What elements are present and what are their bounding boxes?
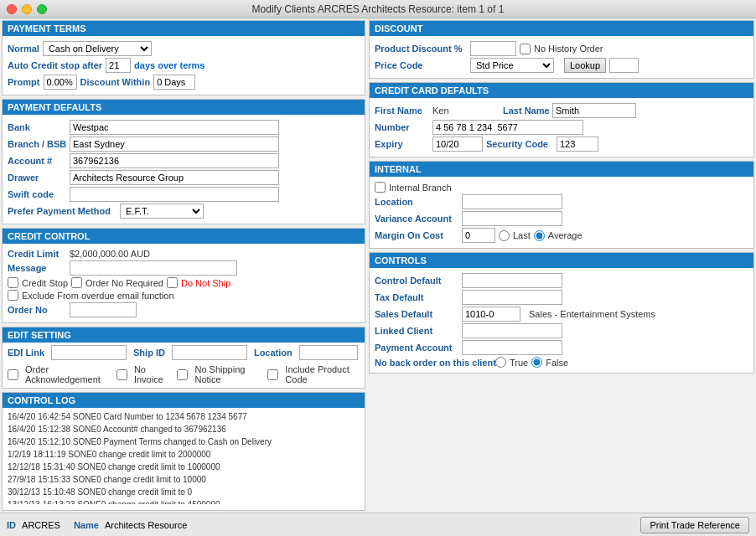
swift-label: Swift code	[8, 189, 66, 199]
message-input[interactable]	[70, 260, 237, 276]
log-entry: 16/4/20 16:42:54 SONE0 Card Number to 12…	[8, 410, 360, 423]
ship-id-input[interactable]	[172, 345, 247, 360]
location-internal-label: Location	[375, 197, 458, 207]
product-discount-label: Product Discount %	[375, 44, 467, 54]
order-no-input[interactable]	[70, 302, 137, 317]
last-radio[interactable]	[499, 230, 510, 241]
location-internal-input[interactable]	[462, 194, 562, 209]
prompt-input[interactable]	[44, 75, 77, 90]
drawer-input[interactable]	[70, 170, 279, 185]
account-row: Account #	[8, 153, 360, 168]
tax-default-label: Tax Default	[375, 292, 458, 302]
payment-defaults-body: Bank Branch / BSB Account # Drawer	[3, 115, 365, 224]
variance-row: Variance Account	[375, 211, 748, 226]
tax-default-input[interactable]	[462, 290, 562, 305]
lookup-button[interactable]: Lookup	[564, 58, 606, 73]
price-code-label: Price Code	[375, 60, 467, 70]
order-ack-label: Order Acknowledgement	[25, 364, 110, 384]
no-invoice-checkbox[interactable]	[117, 369, 127, 380]
log-entry: 16/4/20 15:12:38 SONE0 Account# changed …	[8, 423, 360, 436]
credit-stop-label: Credit Stop	[22, 278, 68, 288]
variance-input[interactable]	[462, 211, 562, 226]
edit-setting-row2: Order Acknowledgement No Invoice No Ship…	[3, 363, 365, 388]
sales-default-input[interactable]	[462, 307, 520, 322]
order-no-label: Order No	[8, 305, 66, 315]
control-default-input[interactable]	[462, 273, 562, 288]
auto-credit-row: Auto Credit stop after days over terms	[8, 58, 360, 73]
payment-account-label: Payment Account	[375, 343, 458, 353]
control-default-row: Control Default	[375, 273, 748, 288]
payment-defaults-section: PAYMENT DEFAULTS Bank Branch / BSB Accou…	[2, 99, 365, 224]
log-entry: 30/12/13 15:10:48 SONE0 change credit li…	[8, 486, 360, 498]
margin-input[interactable]	[462, 228, 495, 243]
back-order-false-radio[interactable]	[531, 357, 542, 368]
credit-card-header: CREDIT CARD DEFAULTS	[370, 83, 753, 98]
discount-within-input[interactable]	[153, 75, 195, 90]
payment-account-input[interactable]	[462, 340, 562, 355]
swift-input[interactable]	[70, 187, 279, 202]
edit-setting-section: EDIT SETTING EDI Link Ship ID Location O…	[2, 327, 365, 389]
first-name-value: Ken	[432, 106, 500, 116]
payment-terms-section: PAYMENT TERMS Normal Cash on Delivery Au…	[2, 20, 365, 95]
include-product-label: Include Product Code	[285, 364, 360, 384]
price-code-select[interactable]: Std Price	[470, 58, 554, 73]
log-entry: 27/9/18 15:15:33 SONE0 change credit lim…	[8, 473, 360, 486]
include-product-checkbox[interactable]	[267, 369, 278, 380]
close-button[interactable]	[7, 4, 17, 14]
drawer-row: Drawer	[8, 170, 360, 185]
order-ack-checkbox[interactable]	[8, 369, 18, 380]
last-label: Last	[513, 230, 531, 240]
internal-section: INTERNAL Internal Branch Location Varian…	[369, 161, 754, 249]
prefer-select[interactable]: E.F.T.	[120, 204, 204, 219]
credit-stop-checkbox[interactable]	[8, 277, 18, 288]
expiry-input[interactable]	[432, 137, 483, 152]
bottom-bar: ID ARCRES Name Architects Resource Print…	[0, 513, 756, 536]
discount-section: DISCOUNT Product Discount % No History O…	[369, 20, 754, 79]
location-edit-input[interactable]	[299, 345, 358, 360]
lookup-input[interactable]	[609, 58, 639, 73]
no-history-checkbox[interactable]	[520, 44, 531, 54]
normal-select[interactable]: Cash on Delivery	[43, 41, 152, 56]
edi-link-input[interactable]	[51, 345, 127, 360]
minimize-button[interactable]	[22, 4, 32, 14]
control-log-body[interactable]: 16/4/20 16:42:54 SONE0 Card Number to 12…	[3, 408, 365, 504]
exclude-checkbox[interactable]	[8, 290, 18, 301]
no-back-order-label: No back order on this client	[375, 358, 492, 368]
bottom-info: ID ARCRES Name Architects Resource	[7, 520, 187, 530]
order-no-required-checkbox[interactable]	[71, 277, 82, 288]
back-order-true-radio[interactable]	[495, 357, 506, 368]
print-trade-reference-button[interactable]: Print Trade Reference	[640, 517, 749, 533]
no-back-order-row: No back order on this client True False	[375, 357, 748, 368]
log-entry: 13/12/13 16:13:23 SONE0 change credit li…	[8, 498, 360, 504]
name-value: Architects Resource	[105, 520, 187, 530]
back-order-true-label: True	[510, 358, 528, 368]
security-code-label: Security Code	[486, 139, 553, 149]
security-code-input[interactable]	[557, 137, 598, 152]
sales-default-row: Sales Default Sales - Entertainment Syst…	[375, 307, 748, 322]
credit-card-body: First Name Ken Last Name Number Expiry S…	[370, 98, 753, 157]
log-entry: 12/12/18 15:31:40 SONE0 change credit li…	[8, 461, 360, 473]
maximize-button[interactable]	[37, 4, 47, 14]
payment-account-row: Payment Account	[375, 340, 748, 355]
cc-number-label: Number	[375, 122, 429, 132]
cc-number-input[interactable]	[432, 120, 583, 135]
discount-header: DISCOUNT	[370, 21, 753, 36]
average-radio[interactable]	[534, 230, 545, 241]
no-shipping-checkbox[interactable]	[177, 369, 188, 380]
do-not-ship-checkbox[interactable]	[167, 277, 178, 288]
linked-client-input[interactable]	[462, 323, 562, 338]
credit-limit-value: $2,000,000.00 AUD	[70, 249, 150, 259]
product-discount-input[interactable]	[470, 41, 516, 56]
linked-client-row: Linked Client	[375, 323, 748, 338]
internal-branch-checkbox[interactable]	[375, 182, 386, 193]
credit-card-section: CREDIT CARD DEFAULTS First Name Ken Last…	[369, 82, 754, 157]
price-code-row: Price Code Std Price Lookup	[375, 58, 748, 73]
account-input[interactable]	[70, 153, 279, 168]
no-shipping-label: No Shipping Notice	[194, 364, 261, 384]
bank-input[interactable]	[70, 120, 279, 135]
variance-label: Variance Account	[375, 214, 458, 224]
auto-credit-days-input[interactable]	[106, 58, 131, 73]
branch-input[interactable]	[70, 137, 279, 152]
last-name-input[interactable]	[552, 103, 636, 118]
prompt-row: Prompt Discount Within	[8, 75, 360, 90]
